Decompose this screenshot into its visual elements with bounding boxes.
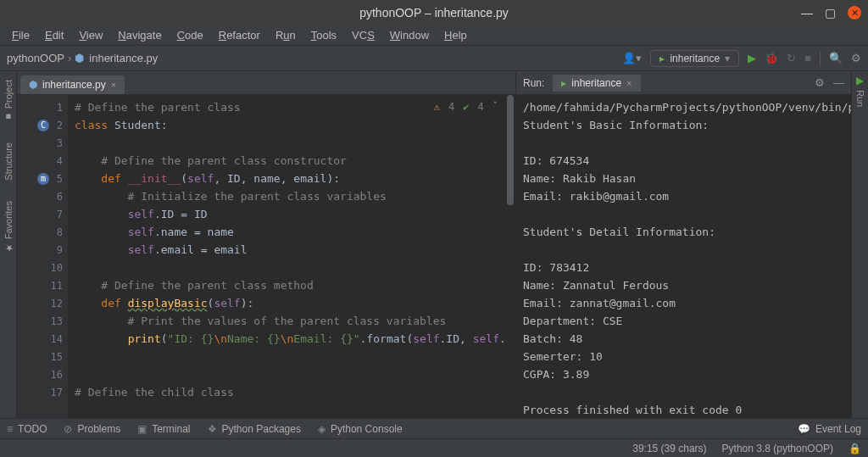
weak-count: 4 [478, 98, 484, 116]
chevron-down-icon: ▾ [725, 53, 730, 64]
main: ■Project Structure ★Favorites ⬢ inherita… [0, 71, 868, 418]
caret-position[interactable]: 39:15 (39 chars) [632, 443, 706, 454]
settings-icon[interactable]: ⚙ [851, 52, 861, 64]
tool-structure[interactable]: Structure [3, 142, 14, 181]
menu-window[interactable]: Window [383, 27, 436, 43]
run-config-selector[interactable]: ▸ inheritance ▾ [650, 50, 739, 67]
menu-vcs[interactable]: VCS [345, 27, 381, 43]
stop-button[interactable]: ■ [804, 52, 811, 64]
run-tab-label: inheritance [571, 77, 621, 89]
close-icon[interactable]: ✕ [848, 6, 861, 20]
window-controls: — ▢ ✕ [801, 0, 861, 25]
editor-tab-inheritance[interactable]: ⬢ inheritance.py × [20, 75, 125, 94]
left-tool-strip: ■Project Structure ★Favorites [0, 71, 17, 418]
right-tool-strip: ▶ Run [851, 71, 868, 418]
python-run-icon: ▸ [659, 53, 665, 64]
tool-event-log[interactable]: 💬Event Log [798, 423, 861, 435]
minimize-icon[interactable]: — [801, 7, 813, 19]
breadcrumb: pythonOOP › ⬢ inheritance.py [7, 52, 158, 64]
menu-view[interactable]: View [72, 27, 109, 43]
bottom-tools: ≡TODO ⊘Problems ▣Terminal ❖Python Packag… [0, 418, 868, 438]
run-tab[interactable]: ▸ inheritance × [553, 75, 640, 92]
editor-panel: ⬢ inheritance.py × 1 C2 3 4 m5 6 7 8 9 1… [17, 71, 516, 418]
toolbar-right: 👤▾ ▸ inheritance ▾ ▶ 🐞 ↻ ■ 🔍 ⚙ [622, 50, 861, 67]
menu-file[interactable]: File [5, 27, 36, 43]
editor-scrollbar[interactable] [505, 95, 515, 418]
menu-navigate[interactable]: Navigate [111, 27, 168, 43]
tool-todo[interactable]: ≡TODO [7, 423, 47, 435]
toolbar: pythonOOP › ⬢ inheritance.py 👤▾ ▸ inheri… [0, 46, 868, 71]
run-label: Run: [523, 77, 544, 89]
coverage-button[interactable]: ↻ [787, 52, 796, 64]
tool-python-console[interactable]: ◈Python Console [318, 423, 403, 435]
close-tab-icon[interactable]: × [111, 80, 116, 90]
warning-icon: ⚠ [434, 98, 440, 116]
lock-icon[interactable]: 🔒 [849, 443, 861, 454]
run-config-name: inheritance [670, 53, 720, 64]
breadcrumb-project[interactable]: pythonOOP [7, 52, 64, 64]
minimize-run-icon[interactable]: — [833, 76, 844, 89]
python-sdk[interactable]: Python 3.8 (pythonOOP) [722, 443, 833, 454]
maximize-icon[interactable]: ▢ [825, 7, 836, 19]
run-settings-icon[interactable]: ⚙ [815, 76, 825, 89]
user-icon[interactable]: 👤▾ [622, 52, 642, 64]
tool-run-right[interactable]: Run [855, 90, 865, 107]
code-area[interactable]: # Define the parent class class Student:… [68, 95, 515, 418]
python-run-icon: ▸ [561, 77, 566, 89]
tool-favorites[interactable]: ★Favorites [3, 201, 14, 254]
menu-tools[interactable]: Tools [304, 27, 343, 43]
python-file-icon: ⬢ [75, 52, 84, 64]
search-everywhere-icon[interactable]: 🔍 [829, 52, 843, 64]
editor-body[interactable]: 1 C2 3 4 m5 6 7 8 9 10 11 12 13 14 15 16… [17, 95, 515, 418]
run-output[interactable]: /home/fahmida/PycharmProjects/pythonOOP/… [516, 95, 851, 418]
breadcrumb-file[interactable]: inheritance.py [89, 52, 158, 64]
editor-tabs: ⬢ inheritance.py × [17, 71, 515, 95]
menubar: File Edit View Navigate Code Refactor Ru… [0, 25, 868, 46]
tool-problems[interactable]: ⊘Problems [64, 423, 120, 435]
separator [820, 51, 821, 66]
debug-button[interactable]: 🐞 [765, 52, 778, 64]
inspection-badges[interactable]: ⚠4 ✔4 ˇ [434, 98, 498, 116]
weak-warning-icon: ✔ [463, 98, 469, 116]
menu-run[interactable]: Run [269, 27, 303, 43]
class-gutter-icon[interactable]: C [37, 120, 49, 131]
close-run-tab-icon[interactable]: × [626, 78, 632, 88]
run-play-icon[interactable]: ▶ [856, 75, 864, 86]
run-header: Run: ▸ inheritance × ⚙ — [516, 71, 851, 95]
tool-python-packages[interactable]: ❖Python Packages [208, 423, 301, 435]
method-gutter-icon[interactable]: m [37, 173, 49, 185]
menu-help[interactable]: Help [437, 27, 474, 43]
run-panel: Run: ▸ inheritance × ⚙ — /home/fahmida/P… [516, 71, 851, 418]
menu-edit[interactable]: Edit [38, 27, 70, 43]
window-title: pythonOOP – inheritance.py [359, 6, 509, 20]
warning-count: 4 [448, 98, 454, 116]
menu-code[interactable]: Code [170, 27, 210, 43]
run-button[interactable]: ▶ [748, 52, 756, 64]
tool-project[interactable]: ■Project [3, 80, 14, 122]
titlebar: pythonOOP – inheritance.py — ▢ ✕ [0, 0, 868, 25]
editor-tab-label: inheritance.py [42, 79, 106, 91]
gutter: 1 C2 3 4 m5 6 7 8 9 10 11 12 13 14 15 16… [17, 95, 68, 418]
statusbar: 39:15 (39 chars) Python 3.8 (pythonOOP) … [0, 438, 868, 457]
python-file-icon: ⬢ [29, 79, 37, 91]
chevron-right-icon: › [68, 52, 71, 64]
chevron-down-icon[interactable]: ˇ [492, 98, 498, 116]
menu-refactor[interactable]: Refactor [212, 27, 267, 43]
tool-terminal[interactable]: ▣Terminal [137, 423, 190, 435]
